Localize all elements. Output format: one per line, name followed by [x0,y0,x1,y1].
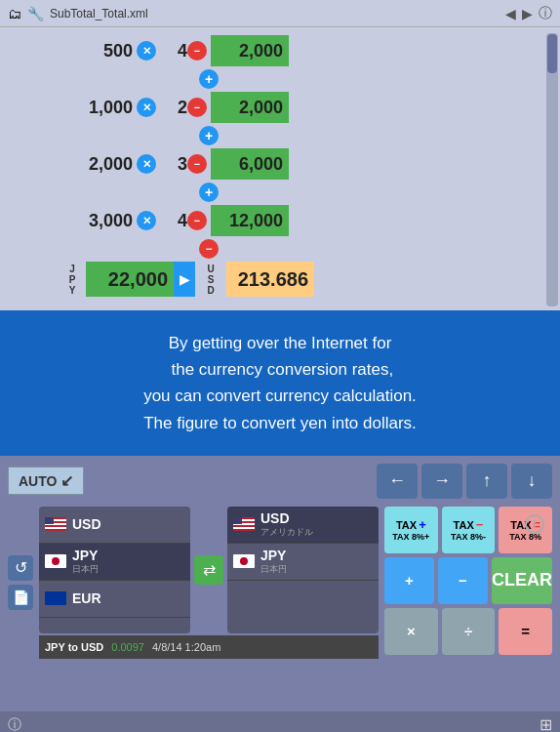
currency-left-panel[interactable]: USD JPY 日本円 EUR [39,507,190,633]
nav-down-btn[interactable]: ↓ [511,464,552,499]
jpy-label: JPY [59,264,86,296]
keypad-info[interactable]: i [525,514,544,534]
doc-btn[interactable]: 📄 [8,585,33,610]
keypad: i TAX+ TAX 8%+ TAX− TAX 8%- TAX= TAX 8% … [384,507,552,659]
auto-button[interactable]: AUTO ↙ [8,467,84,495]
remove-btn-1[interactable]: ✕ [137,41,156,61]
rate-date: 4/8/14 1:20am [152,641,220,653]
forward-icon[interactable]: ▶ [522,6,533,21]
bottom-grid-icon[interactable]: ⊞ [540,715,552,732]
refresh-btn[interactable]: ↺ [8,555,33,581]
rate-pair: JPY to USD [45,641,103,653]
auto-arrow-icon: ↙ [60,471,73,490]
currency-usd-right[interactable]: USD アメリカドル [227,507,379,544]
currency-jpy-subname-right: 日本円 [260,563,287,576]
cell-qty-4: 4 [158,211,187,231]
minus-btn-2[interactable]: − [187,98,207,117]
flag-us-right [233,517,255,531]
plus-circle-2[interactable]: + [199,126,219,145]
folder-icon[interactable]: 🗂 [8,6,21,21]
plus-key[interactable]: + [384,557,434,604]
tax-minus-sub: TAX 8%- [451,532,486,542]
remove-btn-3[interactable]: ✕ [137,154,156,174]
tax-plus-sign-icon: + [419,517,426,532]
calc-row-2: 1,000 ✕ 2 − 2,000 [10,90,550,125]
currency-jpy-subname-left: 日本円 [72,563,99,576]
rate-value: 0.0097 [111,641,144,653]
cell-value-3: 2,000 [59,154,137,175]
cell-result-2: 2,000 [211,92,289,123]
plus-row-2: + [199,127,550,144]
top-right-icons: ◀ ▶ ⓘ [505,5,552,22]
total-row: JPY 22,000 ▶ USD 213.686 [10,260,550,299]
currency-eur-left[interactable]: EUR [39,581,190,618]
plus-row-4: − [199,240,550,258]
wrench-icon[interactable]: 🔧 [27,6,44,21]
tax-minus-sign-icon: − [476,517,484,532]
bottom-info-icon[interactable]: ⓘ [8,716,21,732]
auto-row: AUTO ↙ ← → ↑ ↓ [8,464,552,499]
convert-arrow[interactable]: ▶ [174,262,195,297]
plus-circle-3[interactable]: + [199,183,219,202]
calc-row-4: 3,000 ✕ 4 − 12,000 [10,203,550,238]
scrollbar[interactable] [546,33,558,306]
currency-usd-left[interactable]: USD [39,507,190,544]
flag-jp-left [45,554,66,568]
rate-bar: JPY to USD 0.0097 4/8/14 1:20am [39,635,379,659]
usd-label: USD [197,264,224,296]
plus-row-3: + [199,183,550,201]
currency-jpy-left[interactable]: JPY 日本円 [39,544,190,581]
back-icon[interactable]: ◀ [505,6,516,21]
currency-jpy-name-right: JPY [260,548,287,563]
divide-key[interactable]: ÷ [442,608,496,655]
flag-eu-left [45,591,66,605]
remove-btn-2[interactable]: ✕ [137,98,156,117]
cell-value-2: 1,000 [59,98,137,118]
plus-row-1: + [199,70,550,88]
currency-right-panel[interactable]: USD アメリカドル JPY 日本円 [227,507,379,633]
cell-qty-3: 3 [158,154,187,175]
calc-row-1: 500 ✕ 4 − 2,000 [10,33,550,68]
nav-left-btn[interactable]: ← [377,464,418,499]
tax-plus-key[interactable]: TAX+ TAX 8%+ [384,507,438,553]
minus-btn-3[interactable]: − [187,154,207,174]
info-text: By getting over the Internet for the cur… [143,330,417,436]
cell-value-4: 3,000 [59,211,137,231]
currency-jpy-right[interactable]: JPY 日本円 [227,544,379,581]
multiply-key[interactable]: × [384,608,438,655]
tax-plus-label: TAX [396,519,417,531]
swap-button[interactable]: ⇄ [194,555,223,585]
cell-result-3: 6,000 [211,148,289,180]
currency-jpy-name-left: JPY [72,548,99,563]
total-usd: 213.686 [226,262,314,297]
clear-key[interactable]: CLEAR [492,557,552,604]
info-icon[interactable]: ⓘ [539,5,552,22]
currency-section: USD JPY 日本円 EUR [39,507,379,659]
mid-row: ↺ 📄 USD JPY [8,507,552,659]
tax-minus-label: TAX [454,519,474,531]
currency-eur-name-left: EUR [72,590,101,606]
currency-usd-name-right: USD [260,510,313,526]
nav-right-btn[interactable]: → [421,464,462,499]
tax-eq-sub: TAX 8% [509,532,541,542]
cell-value-1: 500 [59,41,137,61]
nav-up-btn[interactable]: ↑ [466,464,507,499]
tax-eq-key[interactable]: TAX= TAX 8% [499,507,552,553]
equals-key[interactable]: = [499,608,552,655]
math-row: × ÷ = [384,608,552,655]
plus-circle-1[interactable]: + [199,69,219,89]
minus-circle-4[interactable]: − [199,239,219,259]
nav-buttons: ← → ↑ ↓ [377,464,552,499]
scroll-thumb [547,34,557,73]
tax-plus-sub: TAX 8%+ [392,532,429,542]
minus-btn-4[interactable]: − [187,211,207,230]
currency-panels: USD JPY 日本円 EUR [39,507,379,633]
minus-key[interactable]: − [438,557,488,604]
cell-result-4: 12,000 [211,205,289,236]
minus-btn-1[interactable]: − [187,41,207,61]
flag-us-left [45,517,66,531]
top-bar: 🗂 🔧 SubTotal_Total.xml ◀ ▶ ⓘ [0,0,560,27]
tax-minus-key[interactable]: TAX− TAX 8%- [442,507,496,553]
remove-btn-4[interactable]: ✕ [137,211,156,230]
row-group-3: 2,000 ✕ 3 − 6,000 + [10,146,550,201]
